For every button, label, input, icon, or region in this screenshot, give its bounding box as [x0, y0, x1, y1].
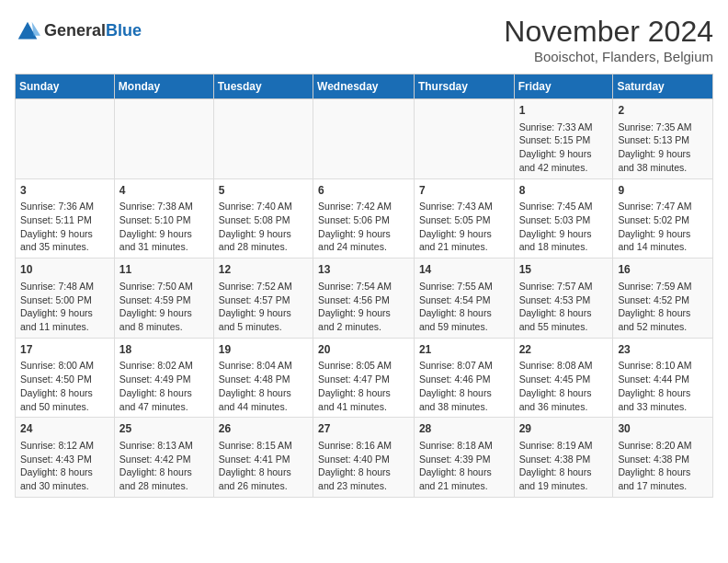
day-info: Sunrise: 7:57 AM Sunset: 4:53 PM Dayligh…	[519, 280, 609, 334]
day-info: Sunrise: 8:08 AM Sunset: 4:45 PM Dayligh…	[519, 359, 609, 413]
calendar-cell: 5Sunrise: 7:40 AM Sunset: 5:08 PM Daylig…	[213, 178, 313, 259]
calendar-cell: 13Sunrise: 7:54 AM Sunset: 4:56 PM Dayli…	[313, 259, 415, 339]
day-info: Sunrise: 7:50 AM Sunset: 4:59 PM Dayligh…	[119, 280, 209, 334]
day-number: 11	[119, 262, 209, 278]
day-number: 2	[618, 103, 708, 119]
calendar-cell: 16Sunrise: 7:59 AM Sunset: 4:52 PM Dayli…	[613, 259, 713, 339]
day-info: Sunrise: 8:15 AM Sunset: 4:41 PM Dayligh…	[219, 439, 308, 493]
logo-line1: General	[44, 21, 106, 40]
day-number: 19	[219, 342, 308, 358]
day-info: Sunrise: 7:40 AM Sunset: 5:08 PM Dayligh…	[219, 200, 308, 254]
calendar-cell	[414, 99, 514, 179]
day-info: Sunrise: 8:16 AM Sunset: 4:40 PM Dayligh…	[318, 439, 409, 493]
weekday-header-tuesday: Tuesday	[213, 75, 313, 99]
day-info: Sunrise: 8:10 AM Sunset: 4:44 PM Dayligh…	[618, 359, 708, 413]
logo: GeneralBlue	[15, 18, 142, 44]
day-info: Sunrise: 7:36 AM Sunset: 5:11 PM Dayligh…	[20, 200, 109, 254]
day-info: Sunrise: 8:19 AM Sunset: 4:38 PM Dayligh…	[519, 439, 609, 493]
calendar-table: SundayMondayTuesdayWednesdayThursdayFrid…	[15, 74, 713, 498]
day-number: 20	[318, 342, 409, 358]
day-number: 26	[219, 421, 308, 437]
day-number: 29	[519, 421, 609, 437]
day-number: 12	[219, 262, 308, 278]
calendar-cell	[213, 99, 313, 179]
calendar-cell: 12Sunrise: 7:52 AM Sunset: 4:57 PM Dayli…	[213, 259, 313, 339]
calendar-cell: 27Sunrise: 8:16 AM Sunset: 4:40 PM Dayli…	[313, 418, 415, 498]
calendar-week-row: 17Sunrise: 8:00 AM Sunset: 4:50 PM Dayli…	[16, 338, 713, 418]
day-info: Sunrise: 8:18 AM Sunset: 4:39 PM Dayligh…	[419, 439, 509, 493]
calendar-cell: 26Sunrise: 8:15 AM Sunset: 4:41 PM Dayli…	[213, 418, 313, 498]
day-info: Sunrise: 7:33 AM Sunset: 5:15 PM Dayligh…	[519, 121, 609, 175]
calendar-week-row: 3Sunrise: 7:36 AM Sunset: 5:11 PM Daylig…	[16, 178, 713, 259]
calendar-cell: 9Sunrise: 7:47 AM Sunset: 5:02 PM Daylig…	[613, 178, 713, 259]
day-number: 13	[318, 262, 409, 278]
day-info: Sunrise: 8:00 AM Sunset: 4:50 PM Dayligh…	[20, 359, 109, 413]
calendar-week-row: 1Sunrise: 7:33 AM Sunset: 5:15 PM Daylig…	[16, 99, 713, 179]
calendar-cell: 29Sunrise: 8:19 AM Sunset: 4:38 PM Dayli…	[514, 418, 613, 498]
calendar-cell: 21Sunrise: 8:07 AM Sunset: 4:46 PM Dayli…	[414, 338, 514, 418]
calendar-cell: 6Sunrise: 7:42 AM Sunset: 5:06 PM Daylig…	[313, 178, 415, 259]
day-number: 10	[20, 262, 109, 278]
day-number: 1	[519, 103, 609, 119]
day-number: 30	[618, 421, 708, 437]
calendar-cell	[16, 99, 115, 179]
logo-line2: Blue	[106, 21, 142, 40]
weekday-header-thursday: Thursday	[414, 75, 514, 99]
day-info: Sunrise: 7:47 AM Sunset: 5:02 PM Dayligh…	[618, 200, 708, 254]
day-info: Sunrise: 8:12 AM Sunset: 4:43 PM Dayligh…	[20, 439, 109, 493]
weekday-header-saturday: Saturday	[613, 75, 713, 99]
day-info: Sunrise: 7:45 AM Sunset: 5:03 PM Dayligh…	[519, 200, 609, 254]
day-info: Sunrise: 8:02 AM Sunset: 4:49 PM Dayligh…	[119, 359, 209, 413]
weekday-header-sunday: Sunday	[16, 75, 115, 99]
day-info: Sunrise: 8:05 AM Sunset: 4:47 PM Dayligh…	[318, 359, 409, 413]
calendar-cell: 20Sunrise: 8:05 AM Sunset: 4:47 PM Dayli…	[313, 338, 415, 418]
calendar-week-row: 10Sunrise: 7:48 AM Sunset: 5:00 PM Dayli…	[16, 259, 713, 339]
day-info: Sunrise: 7:55 AM Sunset: 4:54 PM Dayligh…	[419, 280, 509, 334]
day-info: Sunrise: 7:48 AM Sunset: 5:00 PM Dayligh…	[20, 280, 109, 334]
day-info: Sunrise: 8:13 AM Sunset: 4:42 PM Dayligh…	[119, 439, 209, 493]
day-info: Sunrise: 7:59 AM Sunset: 4:52 PM Dayligh…	[618, 280, 708, 334]
day-info: Sunrise: 7:52 AM Sunset: 4:57 PM Dayligh…	[219, 280, 308, 334]
day-number: 16	[618, 262, 708, 278]
calendar-week-row: 24Sunrise: 8:12 AM Sunset: 4:43 PM Dayli…	[16, 418, 713, 498]
weekday-header-row: SundayMondayTuesdayWednesdayThursdayFrid…	[16, 75, 713, 99]
day-number: 7	[419, 183, 509, 199]
day-info: Sunrise: 8:20 AM Sunset: 4:38 PM Dayligh…	[618, 439, 708, 493]
calendar-cell: 15Sunrise: 7:57 AM Sunset: 4:53 PM Dayli…	[514, 259, 613, 339]
calendar-cell: 10Sunrise: 7:48 AM Sunset: 5:00 PM Dayli…	[16, 259, 115, 339]
day-number: 14	[419, 262, 509, 278]
calendar-cell	[114, 99, 213, 179]
day-info: Sunrise: 7:42 AM Sunset: 5:06 PM Dayligh…	[318, 200, 409, 254]
calendar-cell: 11Sunrise: 7:50 AM Sunset: 4:59 PM Dayli…	[114, 259, 213, 339]
day-info: Sunrise: 8:07 AM Sunset: 4:46 PM Dayligh…	[419, 359, 509, 413]
calendar-cell: 3Sunrise: 7:36 AM Sunset: 5:11 PM Daylig…	[16, 178, 115, 259]
day-number: 8	[519, 183, 609, 199]
day-info: Sunrise: 7:35 AM Sunset: 5:13 PM Dayligh…	[618, 121, 708, 175]
calendar-cell: 7Sunrise: 7:43 AM Sunset: 5:05 PM Daylig…	[414, 178, 514, 259]
day-number: 6	[318, 183, 409, 199]
day-number: 23	[618, 342, 708, 358]
day-number: 28	[419, 421, 509, 437]
day-number: 5	[219, 183, 308, 199]
weekday-header-friday: Friday	[514, 75, 613, 99]
calendar-cell: 30Sunrise: 8:20 AM Sunset: 4:38 PM Dayli…	[613, 418, 713, 498]
day-number: 18	[119, 342, 209, 358]
weekday-header-monday: Monday	[114, 75, 213, 99]
header: GeneralBlue November 2024 Booischot, Fla…	[15, 15, 713, 64]
location-subtitle: Booischot, Flanders, Belgium	[504, 49, 713, 64]
day-info: Sunrise: 8:04 AM Sunset: 4:48 PM Dayligh…	[219, 359, 308, 413]
weekday-header-wednesday: Wednesday	[313, 75, 415, 99]
calendar-cell: 22Sunrise: 8:08 AM Sunset: 4:45 PM Dayli…	[514, 338, 613, 418]
calendar-cell: 23Sunrise: 8:10 AM Sunset: 4:44 PM Dayli…	[613, 338, 713, 418]
day-info: Sunrise: 7:43 AM Sunset: 5:05 PM Dayligh…	[419, 200, 509, 254]
calendar-cell: 8Sunrise: 7:45 AM Sunset: 5:03 PM Daylig…	[514, 178, 613, 259]
calendar-cell: 25Sunrise: 8:13 AM Sunset: 4:42 PM Dayli…	[114, 418, 213, 498]
calendar-cell: 14Sunrise: 7:55 AM Sunset: 4:54 PM Dayli…	[414, 259, 514, 339]
calendar-cell	[313, 99, 415, 179]
day-number: 9	[618, 183, 708, 199]
calendar-cell: 2Sunrise: 7:35 AM Sunset: 5:13 PM Daylig…	[613, 99, 713, 179]
day-number: 21	[419, 342, 509, 358]
calendar-cell: 17Sunrise: 8:00 AM Sunset: 4:50 PM Dayli…	[16, 338, 115, 418]
calendar-cell: 1Sunrise: 7:33 AM Sunset: 5:15 PM Daylig…	[514, 99, 613, 179]
day-number: 22	[519, 342, 609, 358]
